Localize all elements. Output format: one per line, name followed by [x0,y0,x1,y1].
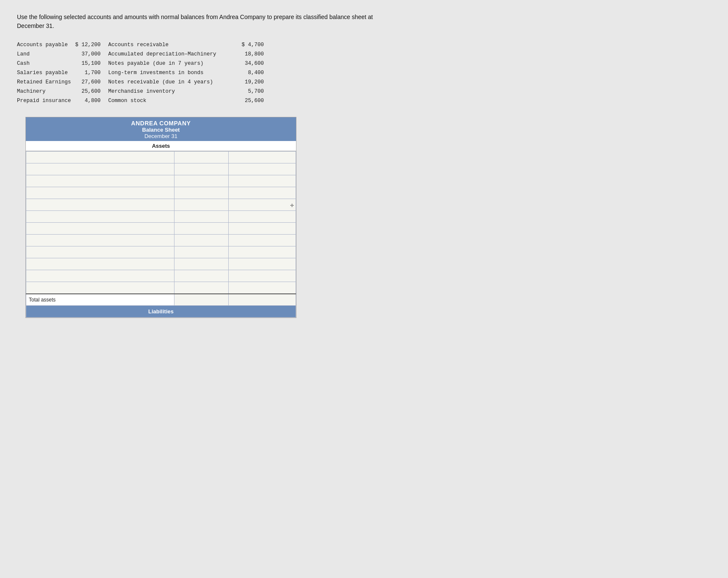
input-cell[interactable] [26,211,174,223]
account-label-5: Machinery [17,87,71,96]
table-row [26,152,296,163]
input-cell[interactable] [174,270,228,282]
account-right-2: 34,600 [242,59,264,68]
input-cell[interactable] [174,175,228,187]
row11-label-input[interactable] [29,273,172,279]
input-cell[interactable] [228,211,296,223]
account-label-3: Salaries payable [17,69,71,77]
account-right-1: 18,800 [242,50,264,58]
input-cell[interactable] [26,199,174,211]
account-label-0: Accounts payable [17,41,71,49]
input-cell[interactable] [26,246,174,258]
row3-num2-input[interactable] [231,178,293,184]
move-cursor-icon: ✛ [291,201,294,208]
row8-num1-input[interactable] [177,238,225,243]
input-cell[interactable] [174,246,228,258]
row6-label-input[interactable] [29,214,172,220]
total-assets-num1[interactable] [174,294,228,306]
row5-num2-input[interactable] [231,202,293,208]
row6-num2-input[interactable] [231,214,293,220]
row10-num1-input[interactable] [177,261,225,267]
row1-label-input[interactable] [29,155,172,160]
input-cell[interactable] [228,187,296,199]
table-row [26,282,296,294]
total-assets-num2[interactable] [228,294,296,306]
input-cell[interactable]: ✛ [228,199,296,211]
row10-num2-input[interactable] [231,261,293,267]
input-cell[interactable] [228,163,296,175]
input-cell[interactable] [174,152,228,163]
row11-num1-input[interactable] [177,273,225,279]
row7-num1-input[interactable] [177,226,225,232]
input-cell[interactable] [174,187,228,199]
input-cell[interactable] [228,152,296,163]
input-cell[interactable] [174,258,228,270]
input-cell[interactable] [228,258,296,270]
row8-label-input[interactable] [29,238,172,243]
input-cell[interactable] [174,282,228,294]
row7-num2-input[interactable] [231,226,293,232]
liabilities-section-title: Liabilities [26,306,296,318]
input-cell[interactable] [26,235,174,246]
row9-label-input[interactable] [29,249,172,255]
input-cell[interactable] [228,235,296,246]
row8-num2-input[interactable] [231,238,293,243]
input-cell[interactable] [228,246,296,258]
table-row [26,258,296,270]
account-right-0: $ 4,700 [242,41,264,49]
row4-label-input[interactable] [29,190,172,196]
input-cell[interactable] [26,223,174,235]
account-label-6: Prepaid insurance [17,97,71,105]
row3-num1-input[interactable] [177,178,225,184]
row2-num2-input[interactable] [231,166,293,172]
input-cell[interactable] [174,211,228,223]
input-cell[interactable] [26,270,174,282]
row2-num1-input[interactable] [177,166,225,172]
row9-num2-input[interactable] [231,249,293,255]
row1-num1-input[interactable] [177,155,225,160]
row4-num1-input[interactable] [177,190,225,196]
row12-num1-input[interactable] [177,285,225,290]
input-cell[interactable] [26,163,174,175]
account-right-4: 19,200 [242,78,264,86]
input-cell[interactable] [228,175,296,187]
input-cell[interactable] [174,235,228,246]
row10-label-input[interactable] [29,261,172,267]
input-cell[interactable] [26,258,174,270]
account-right-6: 25,600 [242,97,264,105]
total-assets-label: Total assets [26,294,174,306]
input-cell[interactable] [174,223,228,235]
row7-label-input[interactable] [29,226,172,232]
input-cell[interactable] [26,282,174,294]
accounts-label-list: Accounts payable Land Cash Salaries paya… [17,41,71,105]
row12-label-input[interactable] [29,285,172,290]
row1-num2-input[interactable] [231,155,293,160]
row5-label-input[interactable] [29,202,172,208]
account-right-5: 5,700 [242,87,264,96]
row6-num1-input[interactable] [177,214,225,220]
input-cell[interactable] [26,152,174,163]
total-assets-num2-input[interactable] [231,297,293,303]
input-cell[interactable] [174,199,228,211]
input-cell[interactable] [26,175,174,187]
account-amount-1: 37,000 [75,50,101,58]
input-cell[interactable] [228,223,296,235]
row11-num2-input[interactable] [231,273,293,279]
row12-num2-input[interactable] [231,285,293,290]
table-row [26,223,296,235]
total-assets-num1-input[interactable] [177,297,225,303]
total-assets-row: Total assets [26,294,296,306]
input-cell[interactable] [174,163,228,175]
assets-section-title: Assets [26,141,296,151]
row3-label-input[interactable] [29,178,172,184]
row4-num2-input[interactable] [231,190,293,196]
row5-num1-input[interactable] [177,202,225,208]
input-cell[interactable] [228,282,296,294]
input-cell[interactable] [228,270,296,282]
row2-label-input[interactable] [29,166,172,172]
account-desc-3: Long-term investments in bonds [108,69,216,77]
input-cell[interactable] [26,187,174,199]
company-name: ANDREA COMPANY [26,120,296,127]
table-row [26,163,296,175]
row9-num1-input[interactable] [177,249,225,255]
